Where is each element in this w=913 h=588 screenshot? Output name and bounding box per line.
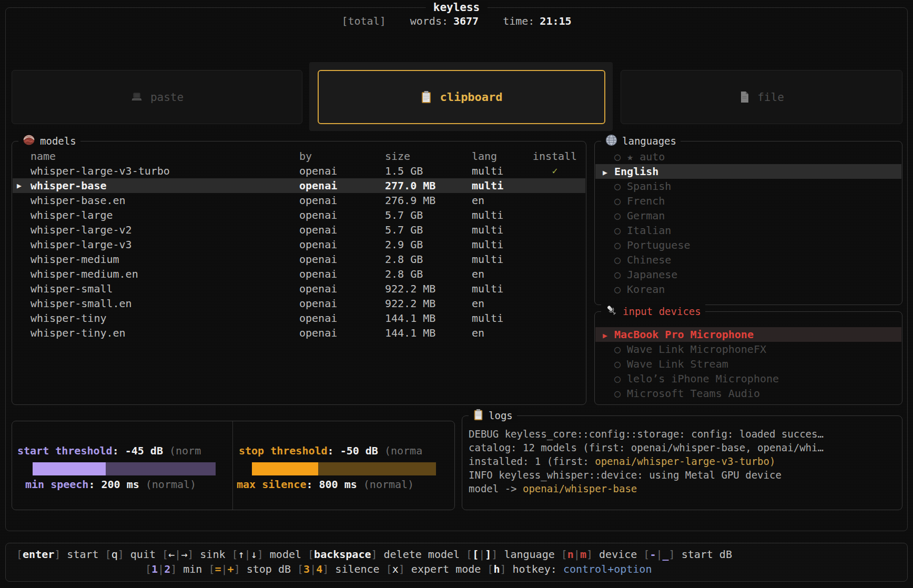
app-title: keyless (426, 1, 488, 14)
cell (13, 193, 31, 208)
words-value: 3677 (453, 15, 479, 27)
total-badge: [total] (341, 15, 386, 27)
cell: whisper-base.en (31, 193, 299, 208)
language-item[interactable]: ○ French (595, 194, 901, 208)
model-row[interactable]: whisper-largeopenai5.7 GBmulti (13, 208, 585, 222)
audio-settings-panel: start threshold: -45 dB (norm min speech… (12, 421, 455, 510)
cell: en (472, 193, 524, 208)
models-panel-label: models (40, 135, 76, 147)
language-item[interactable]: ○ Korean (595, 282, 901, 297)
hotkey-line-2: [1|2] min [=|+] stop dB [3|4] silence [x… (145, 562, 652, 576)
cell: 1.5 GB (385, 164, 472, 178)
cell: whisper-tiny (31, 311, 299, 326)
model-row[interactable]: whisper-small.enopenai922.2 MBen (13, 296, 585, 311)
cell: multi (472, 311, 524, 326)
language-item[interactable]: ○ Japanese (595, 267, 901, 282)
models-header-row: namebysizelanginstall (13, 149, 585, 164)
language-item[interactable]: ○ ★ auto (595, 149, 901, 164)
model-row[interactable]: whisper-base.enopenai276.9 MBen (13, 193, 585, 208)
input-device-item[interactable]: ○ lelo’s iPhone Microphone (595, 371, 901, 386)
tab-paste[interactable]: paste (12, 70, 302, 124)
languages-list: ○ ★ auto▶English○ Spanish○ French○ Germa… (595, 149, 901, 297)
model-row[interactable]: whisper-smallopenai922.2 MBmulti (13, 281, 585, 296)
log-line: INFO keyless_whisper::device: using Meta… (469, 468, 898, 482)
model-row[interactable]: whisper-mediumopenai2.8 GBmulti (13, 252, 585, 267)
cell (524, 281, 585, 296)
cell: multi (472, 208, 524, 222)
language-item[interactable]: ○ Portuguese (595, 238, 901, 252)
languages-panel-label: languages (622, 135, 676, 147)
cell: multi (472, 252, 524, 267)
language-item[interactable]: ○ Italian (595, 223, 901, 238)
cell: openai (299, 252, 385, 267)
cell: whisper-large-v3 (31, 237, 299, 252)
model-row[interactable]: whisper-large-v2openai5.7 GBmulti (13, 222, 585, 237)
stop-threshold-column: stop threshold: -50 dB (norma max silenc… (232, 421, 454, 510)
cell: multi (472, 237, 524, 252)
tab-clipboard-label: clipboard (440, 90, 502, 104)
input-device-item[interactable]: ▶MacBook Pro Microphone (595, 327, 901, 342)
cell: install (524, 149, 585, 164)
model-row[interactable]: whisper-tiny.enopenai144.1 MBen (13, 326, 585, 340)
cell: 5.7 GB (385, 222, 472, 237)
cell: openai (299, 311, 385, 326)
tab-file[interactable]: file (621, 70, 902, 124)
cell (13, 149, 31, 164)
cell: multi (472, 281, 524, 296)
cell: 144.1 MB (385, 326, 472, 340)
cell: 2.9 GB (385, 237, 472, 252)
tab-clipboard[interactable]: clipboard (318, 70, 605, 124)
stop-threshold-slider[interactable] (252, 462, 436, 475)
model-row[interactable]: whisper-large-v3-turboopenai1.5 GBmulti✓ (13, 164, 585, 178)
cell: 922.2 MB (385, 296, 472, 311)
cell (524, 252, 585, 267)
cell: lang (472, 149, 524, 164)
cell: whisper-tiny.en (31, 326, 299, 340)
cell (13, 296, 31, 311)
cell (524, 193, 585, 208)
cell (13, 267, 31, 281)
cell: multi (472, 222, 524, 237)
start-threshold-fill (33, 462, 106, 475)
cell (524, 208, 585, 222)
cell: whisper-large-v2 (31, 222, 299, 237)
cell: ✓ (524, 164, 585, 178)
cell: openai (299, 193, 385, 208)
cell: 144.1 MB (385, 311, 472, 326)
cell: whisper-large (31, 208, 299, 222)
model-row[interactable]: whisper-large-v3openai2.9 GBmulti (13, 237, 585, 252)
cell (13, 222, 31, 237)
cell: multi (472, 164, 524, 178)
cell: 276.9 MB (385, 193, 472, 208)
cell: 277.0 MB (385, 178, 472, 193)
max-silence-label: max silence: 800 ms (normal) (237, 478, 414, 491)
language-item[interactable]: ▶English (595, 164, 901, 179)
language-item[interactable]: ○ Chinese (595, 252, 901, 267)
cell: en (472, 326, 524, 340)
language-item[interactable]: ○ Spanish (595, 179, 901, 194)
models-panel: models namebysizelanginstallwhisper-larg… (12, 141, 586, 405)
cell: openai (299, 281, 385, 296)
cell (13, 311, 31, 326)
input-device-item[interactable]: ○ Wave Link MicrophoneFX (595, 342, 901, 357)
tab-paste-label: paste (150, 91, 184, 104)
model-row[interactable]: whisper-tinyopenai144.1 MBmulti (13, 311, 585, 326)
file-icon (739, 90, 750, 104)
cell: en (472, 267, 524, 281)
log-line: model -> openai/whisper-base (469, 482, 898, 495)
stop-threshold-label: stop threshold: -50 dB (norma (239, 444, 422, 457)
logs-panel: logs DEBUG keyless_core::config::storage… (462, 415, 902, 510)
input-device-item[interactable]: ○ Wave Link Stream (595, 357, 901, 371)
language-item[interactable]: ○ German (595, 208, 901, 223)
model-row[interactable]: whisper-medium.enopenai2.8 GBen (13, 267, 585, 281)
input-devices-panel-title: input devices (601, 304, 705, 319)
model-row[interactable]: ▶whisper-baseopenai277.0 MBmulti (13, 178, 585, 193)
input-device-item[interactable]: ○ Microsoft Teams Audio (595, 386, 901, 401)
words-label: words: (410, 15, 448, 27)
clipboard-icon (473, 409, 484, 423)
cell (524, 296, 585, 311)
clipboard-icon (420, 90, 432, 104)
header-stats: [total] words: 3677 time: 21:15 (0, 15, 913, 27)
start-threshold-slider[interactable] (33, 462, 216, 475)
cell: openai (299, 208, 385, 222)
